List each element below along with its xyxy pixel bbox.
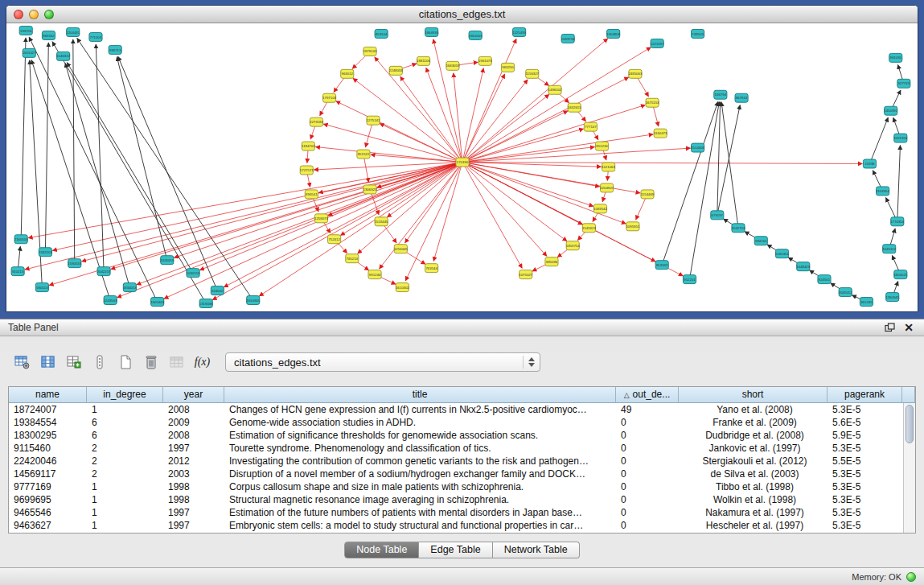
graph-node[interactable]: 1275141: [367, 116, 380, 125]
graph-node[interactable]: 1253445: [394, 245, 408, 253]
column-header-pagerank[interactable]: pagerank: [827, 387, 902, 403]
graph-node[interactable]: 1243503: [104, 296, 117, 305]
minimize-window-icon[interactable]: [29, 10, 39, 19]
graph-node[interactable]: 1160473: [654, 129, 667, 138]
graph-node[interactable]: 1651027: [23, 48, 36, 57]
graph-edge[interactable]: [462, 163, 522, 269]
close-window-icon[interactable]: [14, 10, 23, 19]
graph-node[interactable]: 1664930: [425, 27, 438, 36]
graph-node[interactable]: 361245: [860, 298, 873, 307]
graph-node[interactable]: 1834013: [123, 283, 137, 292]
column-header-title[interactable]: title: [224, 387, 616, 403]
graph-node[interactable]: 752412: [328, 235, 341, 244]
graph-edge[interactable]: [462, 163, 567, 241]
table-row[interactable]: 946554611997Estimation of the future num…: [9, 506, 903, 519]
graph-edge[interactable]: [689, 102, 719, 280]
graph-node[interactable]: 1610302: [396, 283, 409, 292]
graph-node[interactable]: 1103954: [876, 187, 889, 196]
graph-edge[interactable]: [897, 146, 901, 222]
graph-edge[interactable]: [29, 37, 158, 302]
graph-node[interactable]: 1854021: [893, 270, 907, 279]
graph-node[interactable]: 952201: [683, 275, 696, 284]
graph-node[interactable]: 1961003: [469, 31, 483, 39]
graph-node[interactable]: 1221397: [651, 39, 664, 47]
graph-edge[interactable]: [405, 163, 462, 281]
graph-node[interactable]: 1204431: [66, 27, 80, 36]
table-row[interactable]: 977716911998Corpus callosum shape and si…: [9, 480, 903, 493]
delete-column-icon[interactable]: [140, 352, 162, 373]
graph-edge[interactable]: [164, 163, 462, 299]
graph-node[interactable]: 2042753: [732, 224, 745, 233]
graph-node[interactable]: 1590518: [68, 259, 81, 268]
row-height-icon[interactable]: [88, 352, 110, 373]
graph-node[interactable]: 991035: [889, 53, 902, 62]
graph-node[interactable]: 2273180: [310, 117, 323, 126]
graph-node[interactable]: 590513: [35, 283, 48, 292]
graph-node[interactable]: 1093734: [561, 34, 575, 43]
graph-node[interactable]: 984162: [754, 237, 767, 245]
graph-node[interactable]: 927743: [897, 79, 910, 88]
import-table-icon[interactable]: [166, 352, 187, 373]
table-row[interactable]: 911546021997Tourette syndrome. Phenomeno…: [9, 442, 903, 455]
graph-edge[interactable]: [462, 163, 626, 225]
graph-node[interactable]: 853342: [655, 261, 668, 270]
graph-edge[interactable]: [21, 38, 26, 239]
graph-edge[interactable]: [315, 147, 462, 163]
zoom-window-icon[interactable]: [44, 10, 54, 19]
graph-node[interactable]: 15938: [863, 159, 876, 168]
graph-node[interactable]: 1770354: [890, 217, 904, 226]
table-row[interactable]: 946362711997Embryonic stem cells: a mode…: [9, 519, 903, 532]
graph-edge[interactable]: [717, 102, 721, 216]
graph-node[interactable]: 1496102: [548, 85, 562, 94]
graph-edge[interactable]: [662, 101, 718, 265]
graph-node[interactable]: 1518445: [375, 217, 388, 226]
graph-node[interactable]: 1121063: [602, 163, 615, 171]
graph-node[interactable]: 853104: [375, 29, 388, 38]
graph-node[interactable]: 1258073: [314, 214, 328, 223]
graph-node[interactable]: 2160503: [14, 235, 28, 244]
graph-node[interactable]: 1610945: [246, 296, 260, 305]
graph-node[interactable]: 1961073: [478, 56, 492, 65]
graph-node[interactable]: 193724: [19, 26, 32, 35]
column-header-out-de-[interactable]: △out_de...: [616, 387, 679, 403]
graph-edge[interactable]: [117, 163, 462, 298]
table-row[interactable]: 1872400712008Changes of HCN gene express…: [9, 403, 903, 416]
graph-node[interactable]: 1306923: [363, 185, 377, 194]
graph-node[interactable]: 1092451: [775, 249, 789, 258]
graph-node[interactable]: 1881106: [417, 56, 430, 65]
graph-edge[interactable]: [67, 63, 193, 274]
graph-node[interactable]: 1663059: [446, 61, 459, 70]
table-scrollbar[interactable]: [903, 403, 915, 533]
graph-node[interactable]: 924501: [818, 275, 831, 284]
table-row[interactable]: 2242004622012Investigating the contribut…: [9, 455, 903, 468]
graph-node[interactable]: 1878143: [363, 47, 377, 56]
graph-node[interactable]: 896541: [305, 190, 318, 199]
graph-node[interactable]: 1054808: [606, 29, 620, 38]
memory-status-icon[interactable]: [906, 572, 916, 582]
graph-node[interactable]: 1582203: [39, 248, 52, 257]
graph-node[interactable]: 2045012: [839, 288, 852, 297]
graph-edge[interactable]: [199, 163, 462, 270]
show-columns-icon[interactable]: [37, 352, 59, 373]
graph-edge[interactable]: [462, 163, 862, 164]
network-canvas[interactable]: 1724901878143963012179710322731801184702…: [6, 24, 918, 311]
float-panel-icon[interactable]: [882, 321, 897, 334]
graph-edge[interactable]: [869, 117, 888, 163]
graph-node[interactable]: 1605403: [150, 298, 164, 307]
graph-edge[interactable]: [400, 76, 462, 162]
tab-node-table[interactable]: Node Table: [344, 542, 419, 558]
graph-node[interactable]: 1095951: [626, 222, 639, 231]
graph-node[interactable]: 172490: [456, 158, 469, 167]
graph-node[interactable]: 851522: [357, 150, 370, 159]
graph-node[interactable]: 910213: [11, 267, 24, 276]
table-row[interactable]: 1830029562008Estimation of significance …: [9, 429, 903, 442]
graph-node[interactable]: 985096: [545, 257, 558, 266]
graph-edge[interactable]: [52, 163, 462, 251]
graph-node[interactable]: 1648423: [796, 262, 810, 271]
graph-node[interactable]: 991244: [368, 270, 381, 279]
graph-node[interactable]: 851234: [595, 142, 608, 150]
table-row[interactable]: 1456911722003Disruption of a novel membe…: [9, 468, 903, 480]
graph-node[interactable]: 1021355: [893, 134, 907, 142]
graph-node[interactable]: 998713: [109, 45, 121, 54]
window-titlebar[interactable]: citations_edges.txt: [6, 6, 918, 23]
